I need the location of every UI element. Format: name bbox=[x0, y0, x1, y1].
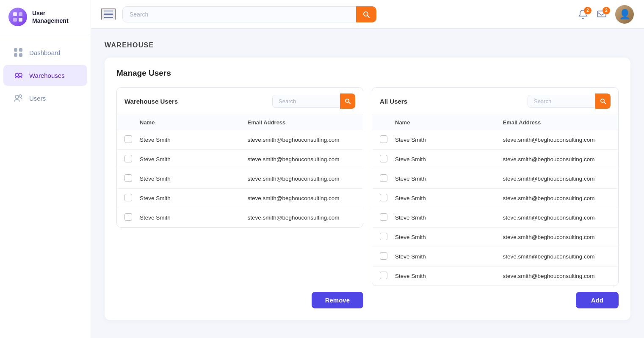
app-title: UserManagement bbox=[32, 9, 69, 25]
global-search-input[interactable] bbox=[122, 6, 376, 22]
svg-point-11 bbox=[19, 95, 22, 97]
notifications-badge: 2 bbox=[584, 7, 591, 14]
all-user-email: steve.smith@beghouconsulting.com bbox=[503, 214, 611, 221]
all-user-name: Steve Smith bbox=[395, 176, 503, 182]
all-user-checkbox[interactable] bbox=[380, 135, 387, 143]
warehouse-search-bar bbox=[272, 93, 355, 109]
page-title: WAREHOUSE bbox=[105, 41, 630, 49]
warehouses-icon bbox=[13, 70, 24, 81]
warehouse-user-email: steve.smith@beghouconsulting.com bbox=[248, 214, 356, 221]
all-user-row: Steve Smith steve.smith@beghouconsulting… bbox=[372, 189, 618, 208]
svg-rect-0 bbox=[13, 12, 17, 16]
sidebar-item-warehouses[interactable]: Warehouses bbox=[3, 65, 87, 86]
all-user-row: Steve Smith steve.smith@beghouconsulting… bbox=[372, 208, 618, 228]
users-icon bbox=[13, 93, 24, 104]
warehouse-user-name: Steve Smith bbox=[140, 176, 248, 182]
svg-rect-1 bbox=[19, 12, 22, 16]
topbar-right: 2 2 👤 bbox=[578, 5, 634, 24]
all-users-col-name: Name bbox=[395, 119, 503, 126]
tables-actions-row: Remove Add bbox=[116, 292, 619, 308]
all-users-search-button[interactable] bbox=[595, 93, 611, 109]
warehouse-user-checkbox[interactable] bbox=[124, 135, 132, 143]
all-user-checkbox[interactable] bbox=[380, 252, 387, 260]
svg-point-9 bbox=[19, 73, 22, 77]
svg-line-18 bbox=[604, 102, 606, 104]
warehouse-user-row: Steve Smith steve.smith@beghouconsulting… bbox=[117, 208, 363, 227]
warehouse-search-button[interactable] bbox=[340, 93, 355, 109]
all-users-action-wrap: Add bbox=[372, 292, 619, 308]
messages-button[interactable]: 2 bbox=[597, 9, 607, 19]
all-user-checkbox[interactable] bbox=[380, 194, 387, 201]
warehouse-user-row: Steve Smith steve.smith@beghouconsulting… bbox=[117, 189, 363, 208]
sidebar-nav: Dashboard Warehouses bbox=[0, 34, 91, 116]
warehouse-col-header: Name Email Address bbox=[117, 115, 363, 130]
warehouse-search-input[interactable] bbox=[272, 95, 340, 108]
all-user-name: Steve Smith bbox=[395, 253, 503, 260]
all-users-scroll[interactable]: Steve Smith steve.smith@beghouconsulting… bbox=[372, 130, 618, 286]
warehouse-col-email: Email Address bbox=[248, 119, 356, 126]
manage-users-title: Manage Users bbox=[116, 69, 619, 78]
warehouse-user-name: Steve Smith bbox=[140, 195, 248, 201]
warehouse-user-row: Steve Smith steve.smith@beghouconsulting… bbox=[117, 150, 363, 169]
all-users-panel-title: All Users bbox=[380, 98, 407, 105]
warehouse-user-name: Steve Smith bbox=[140, 137, 248, 143]
warehouses-label: Warehouses bbox=[29, 72, 65, 79]
warehouse-user-checkbox[interactable] bbox=[124, 174, 132, 182]
all-users-col-header: Name Email Address bbox=[372, 115, 618, 130]
all-user-email: steve.smith@beghouconsulting.com bbox=[503, 234, 611, 240]
all-users-rows: Steve Smith steve.smith@beghouconsulting… bbox=[372, 130, 618, 286]
warehouse-user-email: steve.smith@beghouconsulting.com bbox=[248, 156, 356, 162]
global-search-button[interactable] bbox=[356, 6, 376, 22]
warehouse-user-email: steve.smith@beghouconsulting.com bbox=[248, 176, 356, 182]
all-user-name: Steve Smith bbox=[395, 195, 503, 201]
all-user-checkbox[interactable] bbox=[380, 213, 387, 221]
all-user-row: Steve Smith steve.smith@beghouconsulting… bbox=[372, 267, 618, 286]
sidebar: UserManagement Dashboard bbox=[0, 0, 91, 338]
svg-point-17 bbox=[601, 99, 604, 102]
svg-rect-7 bbox=[19, 53, 22, 57]
warehouse-user-checkbox[interactable] bbox=[124, 213, 132, 221]
all-users-panel: All Users bbox=[372, 87, 619, 286]
warehouse-user-checkbox[interactable] bbox=[124, 194, 132, 201]
svg-rect-5 bbox=[19, 48, 22, 52]
svg-point-8 bbox=[15, 73, 19, 77]
svg-rect-3 bbox=[19, 18, 22, 22]
all-user-row: Steve Smith steve.smith@beghouconsulting… bbox=[372, 130, 618, 150]
sidebar-item-users[interactable]: Users bbox=[3, 88, 87, 109]
all-users-search-input[interactable] bbox=[528, 95, 595, 108]
sidebar-item-dashboard[interactable]: Dashboard bbox=[3, 42, 87, 63]
warehouse-col-name: Name bbox=[140, 119, 248, 126]
all-user-name: Steve Smith bbox=[395, 214, 503, 221]
all-user-email: steve.smith@beghouconsulting.com bbox=[503, 195, 611, 201]
all-user-row: Steve Smith steve.smith@beghouconsulting… bbox=[372, 150, 618, 169]
all-user-checkbox[interactable] bbox=[380, 233, 387, 240]
all-user-email: steve.smith@beghouconsulting.com bbox=[503, 156, 611, 162]
all-user-checkbox[interactable] bbox=[380, 174, 387, 182]
all-user-email: steve.smith@beghouconsulting.com bbox=[503, 137, 611, 143]
warehouse-users-rows: Steve Smith steve.smith@beghouconsulting… bbox=[117, 130, 363, 227]
notifications-button[interactable]: 2 bbox=[578, 9, 588, 19]
warehouse-panel-header: Warehouse Users bbox=[117, 88, 363, 115]
warehouse-user-email: steve.smith@beghouconsulting.com bbox=[248, 195, 356, 201]
all-user-name: Steve Smith bbox=[395, 273, 503, 279]
svg-line-13 bbox=[368, 16, 369, 17]
all-users-col-email: Email Address bbox=[503, 119, 611, 126]
all-user-checkbox[interactable] bbox=[380, 155, 387, 162]
add-button[interactable]: Add bbox=[576, 292, 619, 308]
all-user-row: Steve Smith steve.smith@beghouconsulting… bbox=[372, 169, 618, 189]
svg-line-16 bbox=[349, 102, 351, 104]
users-label: Users bbox=[29, 95, 46, 102]
all-user-checkbox[interactable] bbox=[380, 272, 387, 279]
warehouse-user-checkbox[interactable] bbox=[124, 155, 132, 162]
user-avatar-image: 👤 bbox=[615, 5, 634, 24]
warehouse-panel-title: Warehouse Users bbox=[124, 98, 178, 105]
svg-rect-6 bbox=[14, 53, 17, 57]
user-avatar[interactable]: 👤 bbox=[615, 5, 634, 24]
remove-button[interactable]: Remove bbox=[312, 292, 363, 308]
svg-rect-4 bbox=[14, 48, 17, 52]
dashboard-label: Dashboard bbox=[29, 49, 60, 56]
hamburger-button[interactable] bbox=[101, 8, 116, 21]
page-body: WAREHOUSE Manage Users Warehouse Users bbox=[91, 29, 644, 338]
all-user-name: Steve Smith bbox=[395, 137, 503, 143]
tables-row: Warehouse Users bbox=[116, 87, 619, 286]
